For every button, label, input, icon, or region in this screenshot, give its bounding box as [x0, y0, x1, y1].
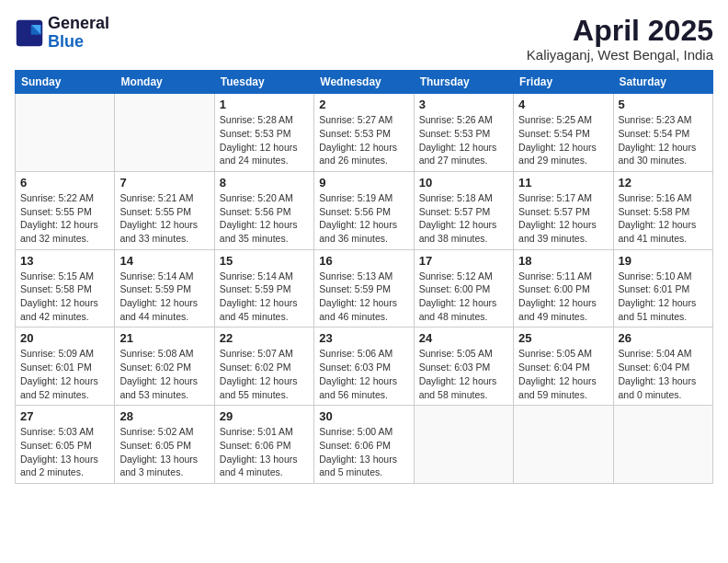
header-thursday: Thursday [414, 71, 513, 94]
calendar-body: 1Sunrise: 5:28 AM Sunset: 5:53 PM Daylig… [16, 94, 713, 484]
day-number: 1 [220, 98, 309, 111]
day-info: Sunrise: 5:21 AM Sunset: 5:55 PM Dayligh… [119, 191, 209, 246]
calendar-cell: 27Sunrise: 5:03 AM Sunset: 6:05 PM Dayli… [16, 406, 115, 484]
calendar-cell: 21Sunrise: 5:08 AM Sunset: 6:02 PM Dayli… [115, 327, 214, 406]
day-info: Sunrise: 5:11 AM Sunset: 6:00 PM Dayligh… [518, 270, 608, 324]
calendar-cell: 8Sunrise: 5:20 AM Sunset: 5:56 PM Daylig… [214, 171, 313, 249]
day-number: 20 [20, 331, 109, 345]
calendar-table: Sunday Monday Tuesday Wednesday Thursday… [15, 70, 713, 484]
day-number: 9 [319, 176, 408, 190]
location: Kaliyaganj, West Bengal, India [527, 47, 713, 63]
day-number: 10 [419, 176, 508, 190]
calendar-cell: 3Sunrise: 5:26 AM Sunset: 5:53 PM Daylig… [414, 94, 513, 172]
day-number: 12 [619, 176, 708, 190]
day-info: Sunrise: 5:13 AM Sunset: 5:59 PM Dayligh… [319, 270, 408, 324]
day-info: Sunrise: 5:15 AM Sunset: 5:58 PM Dayligh… [20, 270, 109, 324]
calendar-cell: 10Sunrise: 5:18 AM Sunset: 5:57 PM Dayli… [414, 171, 513, 249]
day-number: 13 [20, 254, 109, 268]
logo-text: General Blue [48, 15, 109, 52]
logo-line2: Blue [48, 33, 109, 52]
calendar-cell: 7Sunrise: 5:21 AM Sunset: 5:55 PM Daylig… [115, 171, 214, 249]
day-number: 19 [619, 254, 708, 268]
day-info: Sunrise: 5:16 AM Sunset: 5:58 PM Dayligh… [619, 191, 708, 246]
calendar-week-2: 13Sunrise: 5:15 AM Sunset: 5:58 PM Dayli… [16, 249, 713, 327]
header-saturday: Saturday [613, 71, 712, 94]
day-info: Sunrise: 5:10 AM Sunset: 6:01 PM Dayligh… [619, 270, 708, 324]
day-number: 7 [119, 176, 209, 190]
day-info: Sunrise: 5:27 AM Sunset: 5:53 PM Dayligh… [319, 113, 408, 167]
calendar-cell: 13Sunrise: 5:15 AM Sunset: 5:58 PM Dayli… [16, 249, 115, 327]
calendar-cell: 26Sunrise: 5:04 AM Sunset: 6:04 PM Dayli… [613, 327, 712, 406]
day-info: Sunrise: 5:01 AM Sunset: 6:06 PM Dayligh… [220, 425, 309, 479]
calendar-cell: 19Sunrise: 5:10 AM Sunset: 6:01 PM Dayli… [613, 249, 712, 327]
day-info: Sunrise: 5:12 AM Sunset: 6:00 PM Dayligh… [419, 270, 508, 324]
calendar-cell [613, 406, 712, 484]
day-number: 8 [220, 176, 309, 190]
day-number: 26 [619, 331, 708, 345]
day-number: 5 [619, 98, 708, 111]
month-title: April 2025 [527, 15, 713, 47]
day-info: Sunrise: 5:20 AM Sunset: 5:56 PM Dayligh… [220, 191, 309, 246]
calendar-cell: 4Sunrise: 5:25 AM Sunset: 5:54 PM Daylig… [514, 94, 613, 172]
calendar-cell: 25Sunrise: 5:05 AM Sunset: 6:04 PM Dayli… [514, 327, 613, 406]
header-friday: Friday [514, 71, 613, 94]
day-number: 4 [518, 98, 608, 111]
day-number: 29 [220, 409, 309, 423]
header-monday: Monday [115, 71, 214, 94]
calendar-week-3: 20Sunrise: 5:09 AM Sunset: 6:01 PM Dayli… [16, 327, 713, 406]
calendar-week-0: 1Sunrise: 5:28 AM Sunset: 5:53 PM Daylig… [16, 94, 713, 172]
calendar-cell: 16Sunrise: 5:13 AM Sunset: 5:59 PM Dayli… [314, 249, 414, 327]
calendar-cell: 14Sunrise: 5:14 AM Sunset: 5:59 PM Dayli… [115, 249, 214, 327]
calendar-cell: 29Sunrise: 5:01 AM Sunset: 6:06 PM Dayli… [214, 406, 313, 484]
day-info: Sunrise: 5:05 AM Sunset: 6:04 PM Dayligh… [518, 347, 608, 401]
header-sunday: Sunday [16, 71, 115, 94]
day-number: 22 [220, 331, 309, 345]
day-number: 27 [20, 409, 109, 423]
day-info: Sunrise: 5:03 AM Sunset: 6:05 PM Dayligh… [20, 425, 109, 479]
day-info: Sunrise: 5:18 AM Sunset: 5:57 PM Dayligh… [419, 191, 508, 246]
header-wednesday: Wednesday [314, 71, 414, 94]
day-number: 30 [319, 409, 408, 423]
day-info: Sunrise: 5:19 AM Sunset: 5:56 PM Dayligh… [319, 191, 408, 246]
day-number: 3 [419, 98, 508, 111]
calendar-cell: 2Sunrise: 5:27 AM Sunset: 5:53 PM Daylig… [314, 94, 414, 172]
logo: General Blue [15, 15, 109, 52]
day-info: Sunrise: 5:22 AM Sunset: 5:55 PM Dayligh… [20, 191, 109, 246]
calendar-cell: 5Sunrise: 5:23 AM Sunset: 5:54 PM Daylig… [613, 94, 712, 172]
day-info: Sunrise: 5:14 AM Sunset: 5:59 PM Dayligh… [220, 270, 309, 324]
day-number: 23 [319, 331, 408, 345]
calendar-cell: 9Sunrise: 5:19 AM Sunset: 5:56 PM Daylig… [314, 171, 414, 249]
day-info: Sunrise: 5:04 AM Sunset: 6:04 PM Dayligh… [619, 347, 708, 401]
day-info: Sunrise: 5:08 AM Sunset: 6:02 PM Dayligh… [119, 347, 209, 401]
calendar-cell: 6Sunrise: 5:22 AM Sunset: 5:55 PM Daylig… [16, 171, 115, 249]
logo-line1: General [48, 15, 109, 33]
day-number: 24 [419, 331, 508, 345]
header-tuesday: Tuesday [214, 71, 313, 94]
calendar-header: Sunday Monday Tuesday Wednesday Thursday… [16, 71, 713, 94]
calendar-cell: 17Sunrise: 5:12 AM Sunset: 6:00 PM Dayli… [414, 249, 513, 327]
calendar-cell: 18Sunrise: 5:11 AM Sunset: 6:00 PM Dayli… [514, 249, 613, 327]
day-number: 2 [319, 98, 408, 111]
calendar-week-4: 27Sunrise: 5:03 AM Sunset: 6:05 PM Dayli… [16, 406, 713, 484]
day-number: 17 [419, 254, 508, 268]
calendar-cell: 23Sunrise: 5:06 AM Sunset: 6:03 PM Dayli… [314, 327, 414, 406]
calendar-cell [414, 406, 513, 484]
calendar-cell: 30Sunrise: 5:00 AM Sunset: 6:06 PM Dayli… [314, 406, 414, 484]
day-number: 21 [119, 331, 209, 345]
calendar-cell: 15Sunrise: 5:14 AM Sunset: 5:59 PM Dayli… [214, 249, 313, 327]
calendar-cell: 11Sunrise: 5:17 AM Sunset: 5:57 PM Dayli… [514, 171, 613, 249]
day-info: Sunrise: 5:23 AM Sunset: 5:54 PM Dayligh… [619, 113, 708, 167]
day-number: 28 [119, 409, 209, 423]
day-info: Sunrise: 5:06 AM Sunset: 6:03 PM Dayligh… [319, 347, 408, 401]
day-info: Sunrise: 5:05 AM Sunset: 6:03 PM Dayligh… [419, 347, 508, 401]
day-info: Sunrise: 5:02 AM Sunset: 6:05 PM Dayligh… [119, 425, 209, 479]
day-number: 25 [518, 331, 608, 345]
calendar-cell: 20Sunrise: 5:09 AM Sunset: 6:01 PM Dayli… [16, 327, 115, 406]
calendar-cell: 24Sunrise: 5:05 AM Sunset: 6:03 PM Dayli… [414, 327, 513, 406]
day-number: 15 [220, 254, 309, 268]
calendar-cell [514, 406, 613, 484]
title-area: April 2025 Kaliyaganj, West Bengal, Indi… [527, 15, 713, 63]
day-number: 18 [518, 254, 608, 268]
day-info: Sunrise: 5:00 AM Sunset: 6:06 PM Dayligh… [319, 425, 408, 479]
day-info: Sunrise: 5:14 AM Sunset: 5:59 PM Dayligh… [119, 270, 209, 324]
